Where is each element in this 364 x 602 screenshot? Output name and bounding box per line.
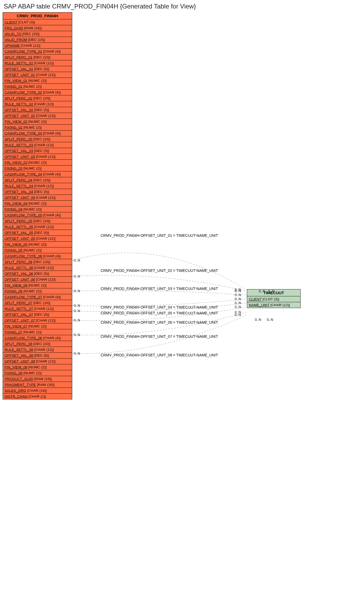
main-field-frg_guid: FRG_GUID [RAW (16)] [3, 25, 72, 31]
main-field-offset_val_03: OFFSET_VAL_03 [DEC (5)] [3, 148, 72, 154]
main-field-fin_view_05: FIN_VIEW_05 [NUMC (2)] [3, 242, 72, 247]
cardinality-left-4: 0..N [74, 304, 80, 308]
main-field-offset_val_01: OFFSET_VAL_01 [DEC (5)] [3, 66, 72, 72]
main-field-fixing_05: FIXING_05 [NUMC (2)] [3, 247, 72, 253]
main-field-split_perc_08: SPLIT_PERC_08 [DEC (10)] [3, 341, 72, 347]
relation-label-5: CRMV_PROD_FIN04H-OFFSET_UNIT_05 = TIMECU… [88, 311, 231, 315]
main-field-offset_unit_02: OFFSET_UNIT_02 [CHAR (12)] [3, 113, 72, 119]
main-field-offset_unit_07: OFFSET_UNIT_07 [CHAR (12)] [3, 318, 72, 323]
main-field-cashflow_type_08: CASHFLOW_TYPE_08 [CHAR (4)] [3, 335, 72, 341]
page-title: SAP ABAP table CRMV_PROD_FIN04H {Generat… [4, 3, 361, 10]
cardinality-extra-2: 0..N [268, 289, 275, 293]
cardinality-left-3: 0..N [74, 289, 80, 293]
main-field-cashflow_type_06: CASHFLOW_TYPE_06 [CHAR (4)] [3, 253, 72, 259]
main-field-fin_view_04: FIN_VIEW_04 [NUMC (2)] [3, 201, 72, 207]
main-field-fin_view_07: FIN_VIEW_07 [NUMC (2)] [3, 323, 72, 329]
main-field-upname: UPNAME [CHAR (12)] [3, 43, 72, 49]
main-field-offset_val_04: OFFSET_VAL_04 [DEC (5)] [3, 189, 72, 195]
cardinality-left-6: 0..N [74, 318, 80, 322]
entity-crmv-prod-fin04h: CRMV_PROD_FIN04H CLIENT [CLNT (3)]FRG_GU… [3, 12, 72, 399]
main-field-rule_settl_02: RULE_SETTL_02 [CHAR (12)] [3, 101, 72, 107]
main-field-fixing_02: FIXING_02 [NUMC (2)] [3, 125, 72, 130]
main-field-rule_settl_05: RULE_SETTL_05 [CHAR (12)] [3, 224, 72, 230]
main-field-fin_view_02: FIN_VIEW_02 [NUMC (2)] [3, 119, 72, 125]
cardinality-left-2: 0..N [74, 274, 80, 278]
cardinality-right-6: 0..N [235, 305, 241, 309]
main-field-rule_settl_08: RULE_SETTL_08 [CHAR (12)] [3, 347, 72, 353]
cardinality-left-7: 0..N [74, 333, 80, 337]
cardinality-extra-4: 0..N [267, 318, 273, 322]
main-field-fin_view_01: FIN_VIEW_01 [NUMC (2)] [3, 78, 72, 84]
main-field-split_perc_02: SPLIT_PERC_02 [DEC (10)] [3, 95, 72, 101]
cardinality-left-8: 0..N [74, 351, 80, 355]
main-field-split_perc_01: SPLIT_PERC_01 [DEC (10)] [3, 54, 72, 60]
main-field-product_guid: PRODUCT_GUID [RAW (16)] [3, 376, 72, 382]
main-field-fixing_06: FIXING_06 [NUMC (2)] [3, 288, 72, 294]
cardinality-extra-3: 0..N [255, 318, 261, 322]
main-field-fixing_01: FIXING_01 [NUMC (2)] [3, 84, 72, 90]
main-field-split_perc_07: SPLIT_PERC_07 [DEC (10)] [3, 300, 72, 306]
relation-label-7: CRMV_PROD_FIN04H-OFFSET_UNIT_07 = TIMECU… [88, 334, 231, 339]
main-field-offset_val_07: OFFSET_VAL_07 [DEC (5)] [3, 312, 72, 318]
main-field-cashflow_type_03: CASHFLOW_TYPE_03 [CHAR (4)] [3, 130, 72, 136]
cardinality-right-4: 0..N [235, 297, 241, 301]
main-field-offset_unit_05: OFFSET_UNIT_05 [CHAR (12)] [3, 236, 72, 242]
main-field-rule_settl_04: RULE_SETTL_04 [CHAR (12)] [3, 183, 72, 189]
main-field-rule_settl_07: RULE_SETTL_07 [CHAR (12)] [3, 306, 72, 312]
main-field-sales_org: SALES_ORG [CHAR (14)] [3, 388, 72, 394]
main-field-offset_val_08: OFFSET_VAL_08 [DEC (5)] [3, 353, 72, 359]
main-field-fixing_03: FIXING_03 [NUMC (2)] [3, 166, 72, 171]
relation-label-8: CRMV_PROD_FIN04H-OFFSET_UNIT_08 = TIMECU… [88, 353, 231, 357]
main-field-split_perc_03: SPLIT_PERC_03 [DEC (10)] [3, 136, 72, 142]
main-field-valid_from: VALID_FROM [DEC (15)] [3, 37, 72, 43]
relation-label-6: CRMV_PROD_FIN04H-OFFSET_UNIT_06 = TIMECU… [88, 320, 231, 325]
main-field-cashflow_type_07: CASHFLOW_TYPE_07 [CHAR (4)] [3, 294, 72, 300]
main-field-cashflow_type_02: CASHFLOW_TYPE_02 [CHAR (4)] [3, 90, 72, 95]
main-field-split_perc_04: SPLIT_PERC_04 [DEC (10)] [3, 177, 72, 183]
main-field-fixing_08: FIXING_08 [NUMC (2)] [3, 370, 72, 376]
main-field-fixing_07: FIXING_07 [NUMC (2)] [3, 329, 72, 335]
main-field-distr_chan: DISTR_CHAN [CHAR (2)] [3, 394, 72, 399]
main-field-rule_settl_01: RULE_SETTL_01 [CHAR (12)] [3, 60, 72, 66]
main-field-valid_to: VALID_TO [DEC (15)] [3, 31, 72, 37]
cardinality-right-2: 0..N [235, 289, 241, 293]
main-field-fixing_04: FIXING_04 [NUMC (2)] [3, 207, 72, 212]
main-field-offset_val_05: OFFSET_VAL_05 [DEC (5)] [3, 230, 72, 236]
main-field-offset_unit_08: OFFSET_UNIT_08 [CHAR (12)] [3, 359, 72, 364]
main-field-fin_view_08: FIN_VIEW_08 [NUMC (2)] [3, 364, 72, 370]
relation-label-3: CRMV_PROD_FIN04H-OFFSET_UNIT_03 = TIMECU… [88, 287, 231, 291]
ref-field-client: CLIENT [CLNT (3)] [247, 296, 300, 302]
main-field-client: CLIENT [CLNT (3)] [3, 19, 72, 25]
main-field-offset_unit_03: OFFSET_UNIT_03 [CHAR (12)] [3, 154, 72, 160]
main-field-fin_view_03: FIN_VIEW_03 [NUMC (2)] [3, 160, 72, 166]
main-field-split_perc_06: SPLIT_PERC_06 [DEC (10)] [3, 259, 72, 265]
main-field-offset_val_06: OFFSET_VAL_06 [DEC (5)] [3, 271, 72, 277]
main-field-rule_settl_06: RULE_SETTL_06 [CHAR (12)] [3, 265, 72, 271]
main-field-offset_unit_06: OFFSET_UNIT_06 [CHAR (12)] [3, 277, 72, 283]
main-field-cashflow_type_01: CASHFLOW_TYPE_01 [CHAR (4)] [3, 49, 72, 54]
main-field-offset_unit_04: OFFSET_UNIT_04 [CHAR (12)] [3, 195, 72, 201]
cardinality-right-3: 0..N [235, 293, 241, 297]
main-field-cashflow_type_04: CASHFLOW_TYPE_04 [CHAR (4)] [3, 171, 72, 177]
cardinality-right-8: 0..N [235, 313, 241, 317]
relation-label-2: CRMV_PROD_FIN04H-OFFSET_UNIT_02 = TIMECU… [88, 268, 231, 273]
main-field-offset_unit_01: OFFSET_UNIT_01 [CHAR (12)] [3, 72, 72, 78]
main-field-cashflow_type_05: CASHFLOW_TYPE_05 [CHAR (4)] [3, 212, 72, 218]
main-field-fin_view_06: FIN_VIEW_06 [NUMC (2)] [3, 283, 72, 288]
relation-label-4: CRMV_PROD_FIN04H-OFFSET_UNIT_04 = TIMECU… [88, 305, 231, 309]
main-field-offset_val_02: OFFSET_VAL_02 [DEC (5)] [3, 107, 72, 113]
ref-field-name_unit: NAME_UNIT [CHAR (12)] [247, 302, 300, 308]
cardinality-extra-1: 0..N [259, 289, 265, 293]
cardinality-right-5: 0..N [235, 301, 241, 305]
entity-header-main: CRMV_PROD_FIN04H [3, 12, 72, 19]
main-field-fragment_type: FRAGMENT_TYPE [RAW (16)] [3, 382, 72, 388]
relation-label-1: CRMV_PROD_FIN04H-OFFSET_UNIT_01 = TIMECU… [88, 233, 231, 238]
main-field-rule_settl_03: RULE_SETTL_03 [CHAR (12)] [3, 142, 72, 148]
cardinality-left-5: 0..N [74, 309, 80, 313]
main-field-split_perc_05: SPLIT_PERC_05 [DEC (10)] [3, 218, 72, 224]
cardinality-left-1: 0..N [74, 258, 80, 262]
